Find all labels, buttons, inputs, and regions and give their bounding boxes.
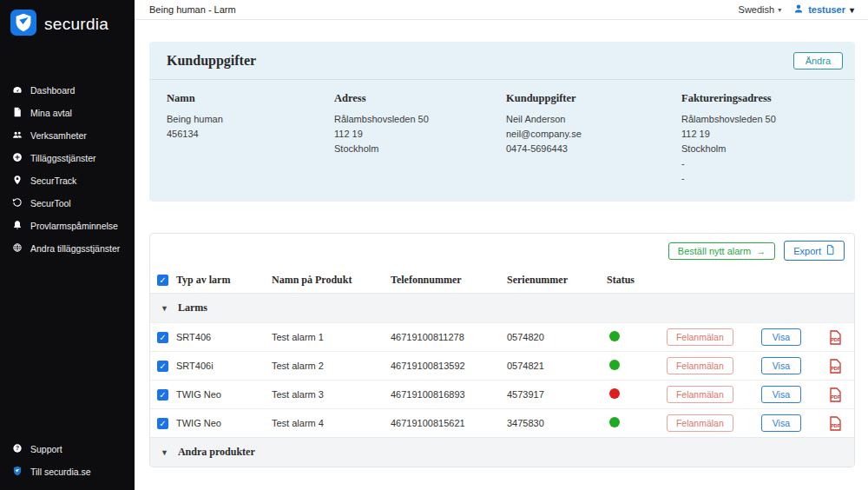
- cell-type: TWIG Neo: [176, 418, 272, 428]
- report-fault-button[interactable]: Felanmälan: [667, 414, 733, 432]
- view-button[interactable]: Visa: [761, 357, 801, 374]
- topbar: Being human - Larm Swedish ▾ testuser ▾: [135, 0, 868, 20]
- pdf-icon[interactable]: PDF: [829, 387, 842, 402]
- status-indicator: [609, 417, 620, 427]
- sidebar-item-support[interactable]: ? Support: [0, 438, 135, 460]
- history-icon: [12, 197, 23, 209]
- report-fault-button[interactable]: Felanmälan: [667, 386, 733, 403]
- column-header-serienummer: Serienummer: [507, 274, 607, 287]
- check-icon: ✓: [159, 419, 166, 428]
- brand-logo[interactable]: securdia: [0, 0, 135, 46]
- shield-icon: [12, 466, 23, 478]
- chevron-down-icon: ▼: [161, 304, 168, 313]
- pdf-icon[interactable]: PDF: [829, 416, 842, 431]
- topbar-right: Swedish ▾ testuser ▾: [739, 3, 854, 16]
- view-button[interactable]: Visa: [761, 386, 801, 403]
- group-row-andra-produkter[interactable]: ▼ Andra produkter: [150, 437, 854, 467]
- alarm-table-card: Beställ nytt alarm → Export ✓ Typ av lar…: [149, 233, 855, 467]
- globe-icon: [12, 242, 23, 255]
- order-alarm-button[interactable]: Beställ nytt alarm →: [668, 242, 775, 260]
- column-header-telefonnummer: Telefonnummer: [391, 274, 507, 287]
- report-fault-button[interactable]: Felanmälan: [667, 357, 733, 374]
- customer-card-body: Namn Being human 456134 Adress Rålambsho…: [149, 80, 855, 202]
- location-pin-icon: [12, 175, 23, 187]
- sidebar-nav: Dashboard Mina avtal Verksamheter Tilläg…: [0, 79, 135, 260]
- check-icon: ✓: [159, 275, 166, 285]
- page-title: Being human - Larm: [149, 4, 236, 15]
- cell-serial: 0574821: [507, 361, 607, 371]
- customer-card-title: Kunduppgifter: [167, 53, 256, 69]
- person-icon: [793, 3, 804, 16]
- svg-text:PDF: PDF: [831, 422, 841, 427]
- column-header-produkt: Namn på Produkt: [272, 274, 391, 287]
- group-row-larms[interactable]: ▼ Larms: [150, 293, 854, 322]
- sidebar-footer: ? Support Till securdia.se: [0, 438, 135, 490]
- sidebar-item-mina-avtal[interactable]: Mina avtal: [0, 102, 135, 124]
- sidebar-item-provlarmspaminnelse[interactable]: Provlarmspåminnelse: [0, 215, 135, 237]
- cell-product: Test alarm 1: [272, 332, 391, 342]
- cell-type: SRT406i: [176, 361, 272, 371]
- sidebar-item-label: Dashboard: [30, 85, 75, 96]
- pdf-icon[interactable]: PDF: [829, 359, 842, 374]
- customer-column-adress: Adress Rålambshovsleden 50 112 19 Stockh…: [334, 92, 506, 186]
- row-checkbox[interactable]: ✓: [157, 389, 168, 401]
- row-checkbox[interactable]: ✓: [157, 361, 168, 372]
- plus-circle-icon: [12, 152, 23, 164]
- sidebar-item-till-securdia[interactable]: Till securdia.se: [0, 460, 135, 483]
- sidebar-item-label: SecurTool: [30, 198, 71, 209]
- customer-value: Stockholm: [681, 142, 838, 156]
- customer-value: 112 19: [681, 127, 838, 142]
- sidebar-item-label: Till securdia.se: [30, 467, 91, 477]
- sidebar-item-securtrack[interactable]: SecurTrack: [0, 169, 135, 192]
- status-indicator: [609, 388, 620, 399]
- sidebar-item-label: Tilläggsstjänster: [30, 153, 95, 163]
- document-icon: [12, 107, 23, 119]
- customer-value: Stockholm: [334, 142, 506, 156]
- sidebar-item-label: SecurTrack: [30, 175, 76, 186]
- customer-column-namn: Namn Being human 456134: [167, 92, 334, 186]
- check-icon: ✓: [159, 390, 166, 400]
- customer-value: -: [681, 171, 838, 186]
- edit-customer-button[interactable]: Ändra: [793, 52, 843, 70]
- customer-column-kunduppgifter: Kunduppgifter Neil Anderson neil@company…: [506, 92, 681, 186]
- column-header-typ: Typ av larm: [176, 274, 272, 287]
- brand-name: securdia: [44, 15, 108, 34]
- export-file-icon: [825, 244, 835, 257]
- table-actions: Beställ nytt alarm → Export: [150, 234, 854, 268]
- cell-phone: 46719100816893: [391, 389, 507, 400]
- user-menu[interactable]: testuser ▾: [793, 3, 854, 16]
- select-all-checkbox[interactable]: ✓: [157, 275, 168, 286]
- cell-product: Test alarm 3: [272, 389, 391, 400]
- view-button[interactable]: Visa: [761, 414, 801, 432]
- row-checkbox[interactable]: ✓: [157, 332, 168, 343]
- pdf-icon[interactable]: PDF: [829, 330, 842, 345]
- sidebar-item-andra-tillaggsstjanster[interactable]: Andra tilläggsstjänster: [0, 237, 135, 260]
- column-header: Faktureringsadress: [681, 92, 838, 105]
- row-checkbox[interactable]: ✓: [157, 418, 168, 429]
- customer-value: Neil Anderson: [506, 112, 681, 127]
- sidebar: securdia Dashboard Mina avtal Verksamhet…: [0, 0, 135, 490]
- report-fault-button[interactable]: Felanmälan: [667, 328, 733, 346]
- column-header: Namn: [167, 92, 334, 105]
- chevron-down-icon: ▼: [161, 448, 168, 457]
- customer-value: Being human: [167, 112, 334, 127]
- column-header: Kunduppgifter: [506, 92, 681, 105]
- cell-phone: 46719100813592: [391, 361, 507, 371]
- sidebar-item-securtool[interactable]: SecurTool: [0, 192, 135, 215]
- customer-value: 112 19: [334, 127, 506, 142]
- customer-value: Rålambshovsleden 50: [334, 112, 506, 127]
- sidebar-item-tillaggsstjanster[interactable]: Tilläggsstjänster: [0, 147, 135, 169]
- export-button[interactable]: Export: [784, 241, 845, 261]
- user-name: testuser: [808, 4, 845, 15]
- group-label: Andra produkter: [178, 446, 255, 459]
- table-row: ✓ SRT406i Test alarm 2 46719100813592 05…: [150, 351, 854, 380]
- language-selector[interactable]: Swedish ▾: [739, 4, 782, 15]
- cell-product: Test alarm 4: [272, 418, 391, 428]
- sidebar-item-verksamheter[interactable]: Verksamheter: [0, 124, 135, 147]
- table-row: ✓ SRT406 Test alarm 1 46719100811278 057…: [150, 322, 854, 351]
- group-label: Larms: [178, 301, 207, 315]
- sidebar-item-label: Support: [30, 444, 62, 454]
- customer-card-header: Kunduppgifter Ändra: [149, 42, 855, 80]
- view-button[interactable]: Visa: [761, 328, 801, 346]
- sidebar-item-dashboard[interactable]: Dashboard: [0, 79, 135, 102]
